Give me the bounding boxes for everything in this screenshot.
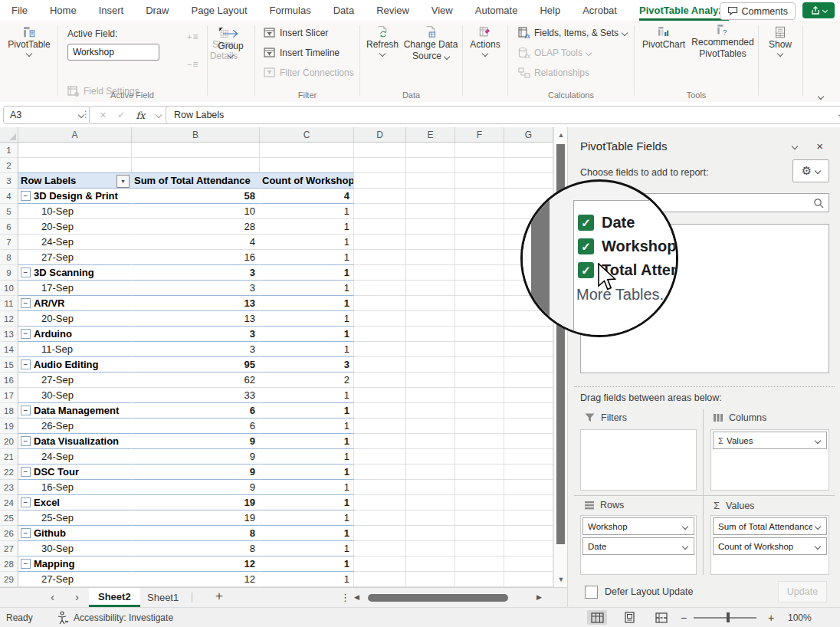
select-all-corner[interactable] xyxy=(0,127,18,143)
cell-F18[interactable] xyxy=(455,403,504,419)
cell-C24[interactable]: 1 xyxy=(260,495,354,510)
cell-E29[interactable] xyxy=(406,572,455,587)
cell-B5[interactable]: 10 xyxy=(132,204,260,219)
fields-items-sets-button[interactable]: fx Fields, Items, & Sets xyxy=(518,27,627,39)
cell-E11[interactable] xyxy=(406,296,455,311)
cell-D11[interactable] xyxy=(354,296,406,311)
collapse-group-button[interactable]: − xyxy=(21,268,31,277)
cell-C7[interactable]: 1 xyxy=(260,235,354,250)
menu-tab-view[interactable]: View xyxy=(431,0,453,21)
cell-E10[interactable] xyxy=(406,281,455,296)
cell-D22[interactable] xyxy=(354,465,406,480)
comments-button[interactable]: Comments xyxy=(720,2,796,20)
cell-G14[interactable] xyxy=(504,342,553,357)
cell-C4[interactable]: 4 xyxy=(260,189,354,204)
accessibility-icon[interactable] xyxy=(57,611,69,624)
cell-E3[interactable] xyxy=(406,173,455,189)
insert-slicer-button[interactable]: Insert Slicer xyxy=(264,27,328,39)
cell-E20[interactable] xyxy=(406,434,455,449)
cell-A7[interactable]: 24-Sep xyxy=(18,235,132,250)
cell-C26[interactable]: 1 xyxy=(260,526,354,541)
values-drop-area[interactable]: Sum of Total AttendanceCount of Workshop xyxy=(710,515,829,575)
chip-chevron-icon[interactable] xyxy=(682,523,688,529)
collapse-group-button[interactable]: − xyxy=(21,191,31,201)
insert-timeline-button[interactable]: Insert Timeline xyxy=(264,47,340,59)
scroll-down-icon[interactable]: ▼ xyxy=(554,576,568,583)
row-header-18[interactable]: 18 xyxy=(0,403,18,419)
cell-F14[interactable] xyxy=(455,342,504,357)
cell-B27[interactable]: 8 xyxy=(132,541,260,556)
zoom-slider-thumb[interactable] xyxy=(727,612,730,622)
row-header-9[interactable]: 9 xyxy=(0,265,18,281)
row-header-21[interactable]: 21 xyxy=(0,449,18,465)
cell-D6[interactable] xyxy=(354,219,406,235)
cell-C1[interactable] xyxy=(260,143,354,158)
panel-close-icon[interactable]: × xyxy=(816,140,823,153)
cell-F28[interactable] xyxy=(455,556,504,572)
horizontal-scrollbar-thumb[interactable] xyxy=(368,594,508,602)
olap-tools-button[interactable]: fx OLAP Tools xyxy=(518,47,591,59)
cell-D1[interactable] xyxy=(354,143,406,158)
cell-D26[interactable] xyxy=(354,526,406,541)
cell-G22[interactable] xyxy=(504,465,553,480)
cell-A12[interactable]: 20-Sep xyxy=(18,311,132,327)
cell-C29[interactable]: 1 xyxy=(260,572,354,587)
menu-tab-insert[interactable]: Insert xyxy=(99,0,124,21)
page-break-view-button[interactable] xyxy=(651,610,671,625)
field-checkbox-checked-icon[interactable]: ✓ xyxy=(578,262,594,278)
cell-B3[interactable]: Sum of Total Attendance xyxy=(132,173,260,189)
collapse-field-button[interactable]: −≡ xyxy=(187,59,198,70)
actions-button[interactable]: Actions xyxy=(466,26,504,56)
collapse-group-button[interactable]: − xyxy=(21,497,31,507)
cell-E6[interactable] xyxy=(406,219,455,235)
row-header-7[interactable]: 7 xyxy=(0,235,18,250)
cell-D28[interactable] xyxy=(354,556,406,572)
cell-C6[interactable]: 1 xyxy=(260,219,354,235)
cell-B20[interactable]: 9 xyxy=(132,434,260,449)
cell-B9[interactable]: 3 xyxy=(132,265,260,281)
cell-F25[interactable] xyxy=(455,510,504,526)
cell-E25[interactable] xyxy=(406,510,455,526)
cell-D7[interactable] xyxy=(354,235,406,250)
cell-A17[interactable]: 30-Sep xyxy=(18,388,132,403)
collapse-group-button[interactable]: − xyxy=(21,329,31,339)
cell-A21[interactable]: 24-Sep xyxy=(18,449,132,465)
page-layout-view-button[interactable] xyxy=(619,610,639,625)
column-header-F[interactable]: F xyxy=(455,127,504,143)
cell-F16[interactable] xyxy=(455,373,504,388)
cell-D14[interactable] xyxy=(354,342,406,357)
row-header-17[interactable]: 17 xyxy=(0,388,18,403)
cell-C5[interactable]: 1 xyxy=(260,204,354,219)
field-chip-date[interactable]: Date xyxy=(582,537,694,555)
row-header-27[interactable]: 27 xyxy=(0,541,18,556)
cell-E2[interactable] xyxy=(406,158,455,173)
normal-view-button[interactable] xyxy=(587,610,607,625)
cell-G16[interactable] xyxy=(504,373,553,388)
row-header-12[interactable]: 12 xyxy=(0,311,18,327)
confirm-formula-icon[interactable]: ✓ xyxy=(117,110,125,120)
cell-C25[interactable]: 1 xyxy=(260,510,354,526)
cell-B23[interactable]: 9 xyxy=(132,480,260,495)
cell-A15[interactable]: −Audio Editing xyxy=(18,357,132,373)
cell-A1[interactable] xyxy=(18,143,132,158)
defer-layout-checkbox[interactable] xyxy=(585,586,598,599)
cell-E4[interactable] xyxy=(406,189,455,204)
cell-E27[interactable] xyxy=(406,541,455,556)
cell-C22[interactable]: 1 xyxy=(260,465,354,480)
cell-C15[interactable]: 3 xyxy=(260,357,354,373)
field-chip-count-of-workshop[interactable]: Count of Workshop xyxy=(713,537,827,555)
cell-E8[interactable] xyxy=(406,250,455,265)
cell-G15[interactable] xyxy=(504,357,553,373)
scroll-up-icon[interactable]: ▲ xyxy=(554,131,568,139)
next-sheet-icon[interactable]: › xyxy=(75,590,79,603)
cell-C11[interactable]: 1 xyxy=(260,296,354,311)
zoom-out-button[interactable]: − xyxy=(681,612,687,624)
cell-E5[interactable] xyxy=(406,204,455,219)
row-header-20[interactable]: 20 xyxy=(0,434,18,449)
cell-A29[interactable]: 27-Sep xyxy=(18,572,132,587)
column-header-A[interactable]: A xyxy=(18,127,132,143)
change-data-source-button[interactable]: Change Data Source xyxy=(403,26,458,61)
cell-B21[interactable]: 9 xyxy=(132,449,260,465)
row-header-2[interactable]: 2 xyxy=(0,158,18,173)
cell-A22[interactable]: −DSC Tour xyxy=(18,465,132,480)
